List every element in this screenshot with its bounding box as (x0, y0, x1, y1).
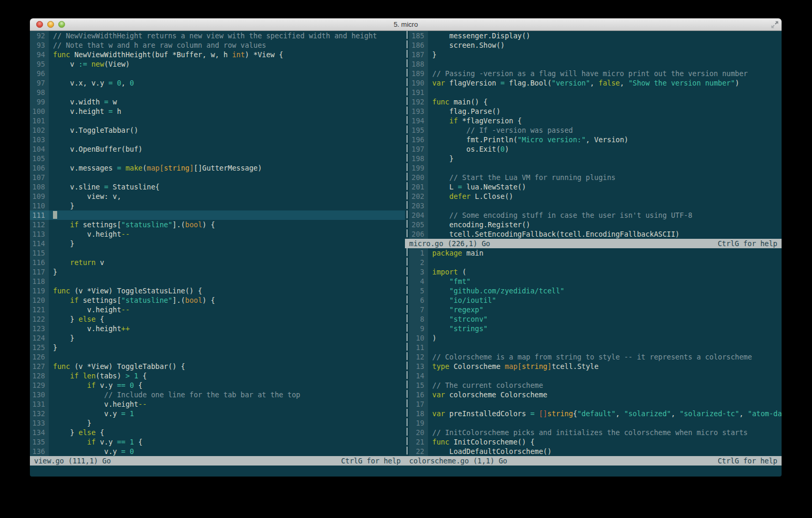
code-line-4[interactable]: 4 "fmt" (409, 277, 782, 286)
code-line-190[interactable]: 190var flagVersion = flag.Bool("version"… (409, 78, 782, 88)
code-line-195[interactable]: 195 // If -version was passed (409, 125, 782, 135)
code-line-104[interactable]: 104 v.OpenBuffer(buf) (30, 144, 405, 154)
code-line-95[interactable]: 95 v := new(View) (30, 59, 405, 69)
code-line-130[interactable]: 130 // Include one line for the tab bar … (30, 390, 405, 399)
code-line-21[interactable]: 21func InitColorscheme() { (409, 437, 782, 447)
code-line-3[interactable]: 3import ( (409, 267, 782, 277)
code-line-11[interactable]: 11 (409, 343, 782, 352)
code-line-116[interactable]: 116 return v (30, 258, 405, 267)
code-line-136[interactable]: 136 v.y = 0 (30, 447, 405, 456)
code-line-117[interactable]: 117} (30, 267, 405, 277)
code-line-99[interactable]: 99 v.width = w (30, 97, 405, 107)
code-line-1[interactable]: 1package main (409, 248, 782, 258)
code-token (535, 409, 539, 418)
code-line-112[interactable]: 112 if settings["statusline"].(bool) { (30, 220, 405, 229)
code-line-200[interactable]: 200 // Start the Lua VM for running plug… (409, 173, 782, 182)
code-line-12[interactable]: 12// Colorscheme is a map from string to… (409, 352, 782, 362)
code-line-122[interactable]: 122 } else { (30, 314, 405, 324)
code-line-131[interactable]: 131 v.height-- (30, 399, 405, 409)
code-line-199[interactable]: 199 (409, 163, 782, 173)
code-line-128[interactable]: 128 if len(tabs) > 1 { (30, 371, 405, 380)
code-line-121[interactable]: 121 v.height-- (30, 305, 405, 314)
code-line-9[interactable]: 9 "strings" (409, 324, 782, 333)
code-line-15[interactable]: 15// The current colorscheme (409, 380, 782, 390)
code-line-205[interactable]: 205 encoding.Register() (409, 220, 782, 229)
code-line-22[interactable]: 22 LoadDefaultColorscheme() (409, 447, 782, 456)
pane-colorscheme-go[interactable]: 1package main23import (4 "fmt"5 "github.… (409, 248, 782, 456)
pane-view-go[interactable]: 92// NewViewWidthHeight returns a new vi… (30, 31, 405, 456)
code-line-5[interactable]: 5 "github.com/zyedidia/tcell" (409, 286, 782, 295)
pane-micro-go[interactable]: 185 messenger.Display()186 screen.Show()… (409, 31, 782, 239)
code-line-206[interactable]: 206 tcell.SetEncodingFallback(tcell.Enco… (409, 229, 782, 239)
code-line-100[interactable]: 100 v.height = h (30, 107, 405, 116)
code-line-10[interactable]: 10) (409, 333, 782, 343)
code-line-96[interactable]: 96 (30, 69, 405, 78)
code-line-103[interactable]: 103 (30, 135, 405, 144)
code-line-13[interactable]: 13type Colorscheme map[string]tcell.Styl… (409, 362, 782, 371)
window-titlebar[interactable]: 5. micro (30, 18, 782, 31)
resize-icon[interactable] (771, 20, 779, 29)
code-line-110[interactable]: 110 } (30, 201, 405, 210)
code-token: var (432, 390, 445, 399)
code-line-135[interactable]: 135 if v.y == 1 { (30, 437, 405, 447)
code-line-113[interactable]: 113 v.height-- (30, 229, 405, 239)
code-line-105[interactable]: 105 (30, 154, 405, 163)
line-number: 14 (409, 371, 428, 380)
code-line-17[interactable]: 17 (409, 399, 782, 409)
code-line-115[interactable]: 115 (30, 248, 405, 258)
code-line-93[interactable]: 93// Note that w and h are raw column an… (30, 40, 405, 50)
code-line-6[interactable]: 6 "io/ioutil" (409, 295, 782, 305)
code-line-97[interactable]: 97 v.x, v.y = 0, 0 (30, 78, 405, 88)
code-line-193[interactable]: 193 flag.Parse() (409, 107, 782, 116)
code-line-2[interactable]: 2 (409, 258, 782, 267)
code-line-20[interactable]: 20// InitColorscheme picks and initializ… (409, 428, 782, 437)
code-line-94[interactable]: 94func NewViewWidthHeight(buf *Buffer, w… (30, 50, 405, 59)
code-line-16[interactable]: 16var colorscheme Colorscheme (409, 390, 782, 399)
code-line-111[interactable]: 111 (30, 210, 405, 220)
code-line-101[interactable]: 101 (30, 116, 405, 125)
code-line-196[interactable]: 196 fmt.Println("Micro version:", Versio… (409, 135, 782, 144)
code-line-109[interactable]: 109 view: v, (30, 192, 405, 201)
line-number: 125 (30, 343, 49, 352)
code-line-126[interactable]: 126 (30, 352, 405, 362)
code-line-124[interactable]: 124 } (30, 333, 405, 343)
code-line-118[interactable]: 118 (30, 277, 405, 286)
code-line-187[interactable]: 187} (409, 50, 782, 59)
code-line-7[interactable]: 7 "regexp" (409, 305, 782, 314)
code-line-186[interactable]: 186 screen.Show() (409, 40, 782, 50)
code-line-133[interactable]: 133 } (30, 418, 405, 428)
code-line-202[interactable]: 202 defer L.Close() (409, 192, 782, 201)
code-line-185[interactable]: 185 messenger.Display() (409, 31, 782, 40)
code-line-127[interactable]: 127func (v *View) ToggleTabbar() { (30, 362, 405, 371)
code-line-106[interactable]: 106 v.messages = make(map[string][]Gutte… (30, 163, 405, 173)
code-line-194[interactable]: 194 if *flagVersion { (409, 116, 782, 125)
code-line-14[interactable]: 14 (409, 371, 782, 380)
code-line-123[interactable]: 123 v.height++ (30, 324, 405, 333)
code-line-203[interactable]: 203 (409, 201, 782, 210)
code-line-107[interactable]: 107 (30, 173, 405, 182)
code-line-108[interactable]: 108 v.sline = Statusline{ (30, 182, 405, 192)
code-line-192[interactable]: 192func main() { (409, 97, 782, 107)
code-line-102[interactable]: 102 v.ToggleTabbar() (30, 125, 405, 135)
code-text: "regexp" (428, 305, 484, 314)
code-line-201[interactable]: 201 L = lua.NewState() (409, 182, 782, 192)
code-line-204[interactable]: 204 // Some encoding stuff in case the u… (409, 210, 782, 220)
code-line-98[interactable]: 98 (30, 88, 405, 97)
code-line-19[interactable]: 19 (409, 418, 782, 428)
code-line-92[interactable]: 92// NewViewWidthHeight returns a new vi… (30, 31, 405, 40)
line-number: 18 (409, 409, 428, 418)
code-line-8[interactable]: 8 "strconv" (409, 314, 782, 324)
code-line-119[interactable]: 119func (v *View) ToggleStatusLine() { (30, 286, 405, 295)
code-line-114[interactable]: 114 } (30, 239, 405, 248)
code-line-189[interactable]: 189// Passing -version as a flag will ha… (409, 69, 782, 78)
code-line-197[interactable]: 197 os.Exit(0) (409, 144, 782, 154)
code-line-132[interactable]: 132 v.y = 1 (30, 409, 405, 418)
code-line-188[interactable]: 188 (409, 59, 782, 69)
code-line-198[interactable]: 198 } (409, 154, 782, 163)
code-line-120[interactable]: 120 if settings["statusline"].(bool) { (30, 295, 405, 305)
code-line-129[interactable]: 129 if v.y == 0 { (30, 380, 405, 390)
code-line-191[interactable]: 191 (409, 88, 782, 97)
code-line-134[interactable]: 134 } else { (30, 428, 405, 437)
code-line-125[interactable]: 125} (30, 343, 405, 352)
code-line-18[interactable]: 18var preInstalledColors = []string{"def… (409, 409, 782, 418)
